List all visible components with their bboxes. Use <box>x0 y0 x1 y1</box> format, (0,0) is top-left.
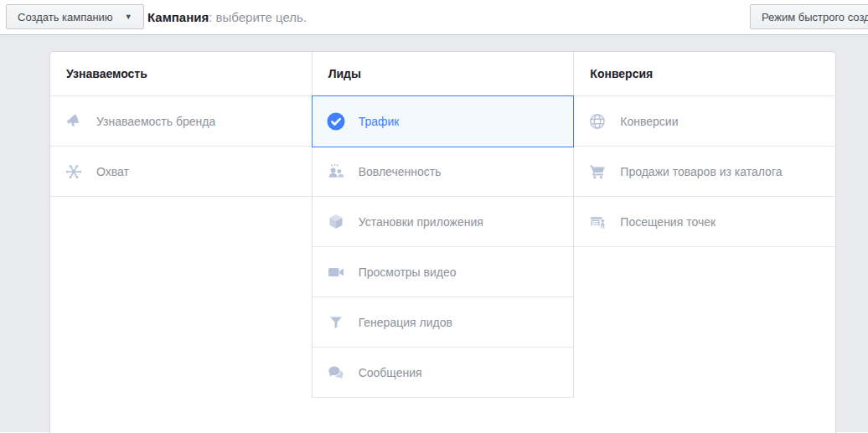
topbar: Создать кампанию ▼ Кампания: выберите це… <box>0 0 868 34</box>
objective-column-awareness: УзнаваемостьУзнаваемость брендаОхват <box>50 52 312 197</box>
column-header-awareness: Узнаваемость <box>50 52 312 96</box>
objective-label: Продажи товаров из каталога <box>620 165 782 178</box>
reach-icon <box>64 162 84 182</box>
video-camera-icon <box>326 262 346 282</box>
objective-messages[interactable]: Сообщения <box>313 348 574 398</box>
objective-column-conversion: КонверсияКонверсииПродажи товаров из кат… <box>574 52 835 247</box>
cube-icon <box>326 212 346 232</box>
people-icon <box>326 162 346 182</box>
shopping-cart-icon <box>587 162 607 182</box>
check-circle-icon <box>326 111 346 131</box>
page-title-hint: : выберите цель. <box>209 10 307 24</box>
objective-reach[interactable]: Охват <box>50 147 312 197</box>
objective-traffic[interactable]: Трафик <box>313 96 574 147</box>
caret-down-icon: ▼ <box>125 13 132 21</box>
objective-label: Конверсии <box>620 115 678 128</box>
objective-label: Генерация лидов <box>359 316 452 329</box>
create-campaign-button[interactable]: Создать кампанию ▼ <box>6 4 144 29</box>
funnel-icon <box>326 312 346 332</box>
megaphone-icon <box>64 111 84 131</box>
page-title-step: Кампания <box>147 10 209 24</box>
content-area: УзнаваемостьУзнаваемость брендаОхватЛиды… <box>0 34 868 432</box>
objective-column-leads: ЛидыТрафикВовлеченностьУстановки приложе… <box>312 52 575 398</box>
objective-lead-generation[interactable]: Генерация лидов <box>313 297 574 348</box>
globe-icon <box>587 111 607 131</box>
storefront-icon <box>587 212 607 232</box>
objective-label: Посещения точек <box>620 215 716 229</box>
create-campaign-label: Создать кампанию <box>18 11 113 23</box>
chat-bubbles-icon <box>326 363 346 383</box>
objective-conversions[interactable]: Конверсии <box>574 96 835 147</box>
objective-label: Установки приложения <box>359 215 483 229</box>
objective-catalog-sales[interactable]: Продажи товаров из каталога <box>574 147 835 197</box>
objective-label: Трафик <box>359 115 400 128</box>
page-title: Кампания: выберите цель. <box>147 0 307 34</box>
objective-label: Охват <box>96 165 129 178</box>
objective-app-installs[interactable]: Установки приложения <box>313 197 574 247</box>
column-header-leads: Лиды <box>313 52 574 96</box>
objectives-card: УзнаваемостьУзнаваемость брендаОхватЛиды… <box>49 51 836 433</box>
column-header-conversion: Конверсия <box>574 52 835 96</box>
objective-brand-awareness[interactable]: Узнаваемость бренда <box>50 96 312 147</box>
quick-creation-mode-button[interactable]: Режим быстрого созда <box>750 4 868 29</box>
quick-creation-mode-label: Режим быстрого созда <box>762 11 868 23</box>
objective-label: Вовлеченность <box>359 165 442 178</box>
objective-label: Узнаваемость бренда <box>96 115 215 128</box>
objective-label: Просмотры видео <box>359 265 457 279</box>
objective-label: Сообщения <box>359 366 422 379</box>
objective-video-views[interactable]: Просмотры видео <box>313 247 574 297</box>
objective-store-visits[interactable]: Посещения точек <box>574 197 835 247</box>
objective-engagement[interactable]: Вовлеченность <box>313 147 574 197</box>
